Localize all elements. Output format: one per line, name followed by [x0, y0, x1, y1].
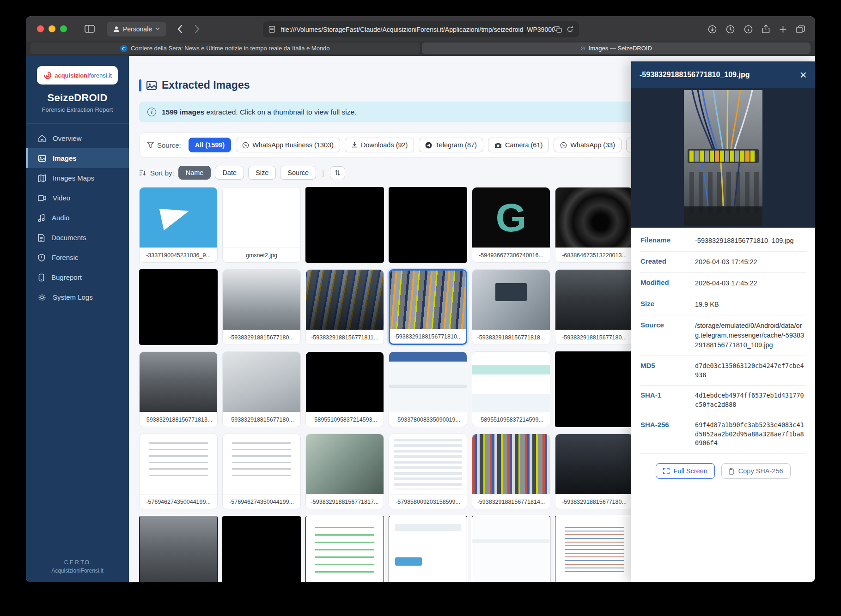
- image-thumbnail-card[interactable]: -5938329188156771813...: [139, 351, 218, 427]
- url-text[interactable]: file:///Volumes/StorageFast/Claude/Acqui…: [281, 26, 554, 33]
- share-icon[interactable]: [762, 24, 770, 34]
- thumbnail-image[interactable]: [223, 270, 300, 330]
- image-thumbnail-card[interactable]: -576946274350044199...: [139, 434, 218, 509]
- image-thumbnail-card[interactable]: [472, 516, 550, 582]
- filter-downloads[interactable]: Downloads (92): [345, 138, 414, 152]
- sort-by-date-button[interactable]: Date: [215, 166, 244, 180]
- sidebar-item-video[interactable]: Video: [26, 188, 129, 208]
- profile-button[interactable]: Personale: [107, 22, 166, 36]
- thumbnail-image[interactable]: [389, 434, 467, 494]
- thumbnail-image[interactable]: [555, 516, 633, 582]
- image-thumbnail-card[interactable]: -593378008335090019...: [389, 351, 467, 427]
- close-window-button[interactable]: [37, 25, 44, 32]
- image-thumbnail-card[interactable]: -683864673513220013...: [555, 187, 634, 263]
- thumbnail-image[interactable]: [223, 352, 300, 412]
- thumbnail-image[interactable]: [390, 271, 466, 329]
- thumbnail-image[interactable]: [389, 516, 467, 582]
- reload-icon[interactable]: [567, 26, 573, 33]
- history-icon[interactable]: [726, 25, 735, 34]
- reader-view-icon[interactable]: [268, 26, 275, 33]
- image-thumbnail-card[interactable]: [222, 516, 301, 582]
- thumbnail-image[interactable]: [472, 187, 550, 248]
- thumbnail-image[interactable]: [472, 434, 550, 494]
- thumbnail-image[interactable]: [140, 434, 217, 494]
- copy-sha256-button[interactable]: Copy SHA-256: [721, 463, 791, 479]
- image-thumbnail-card[interactable]: -5938329188156771811...: [305, 269, 384, 345]
- close-icon[interactable]: ×: [800, 69, 807, 81]
- image-thumbnail-card[interactable]: -593832918815677180...: [555, 434, 634, 509]
- sidebar-item-images-maps[interactable]: Images Maps: [26, 168, 129, 188]
- image-thumbnail-card[interactable]: -594936677306740016...: [472, 187, 550, 263]
- sidebar-item-system-logs[interactable]: System Logs: [26, 287, 129, 307]
- thumbnail-image[interactable]: [389, 187, 467, 262]
- sort-by-source-button[interactable]: Source: [280, 166, 316, 180]
- thumbnail-image[interactable]: [140, 516, 217, 582]
- image-thumbnail-card[interactable]: gmsnet2.jpg: [222, 187, 301, 263]
- thumbnail-image[interactable]: [472, 352, 550, 412]
- filter-whatsapp-business[interactable]: WhatsApp Business (1303): [236, 138, 340, 152]
- preview-photo[interactable]: [684, 90, 762, 226]
- thumbnail-image[interactable]: [140, 270, 217, 344]
- image-thumbnail-card[interactable]: -589551095837214593...: [305, 351, 384, 427]
- image-thumbnail-card[interactable]: [555, 351, 634, 427]
- image-thumbnail-card[interactable]: -3337190045231036_9...: [139, 187, 218, 263]
- thumbnail-image[interactable]: [555, 270, 633, 330]
- image-thumbnail-card[interactable]: [389, 187, 467, 263]
- filter-whatsapp[interactable]: WhatsApp (33): [554, 138, 622, 152]
- tab-corriere[interactable]: C Corriere della Sera: News e Ultime not…: [30, 42, 420, 54]
- filter-all[interactable]: All (1599): [189, 138, 231, 152]
- translate-badge-icon[interactable]: [554, 26, 562, 33]
- thumbnail-image[interactable]: [306, 352, 384, 412]
- thumbnail-image[interactable]: [140, 187, 217, 248]
- thumbnail-image[interactable]: [306, 434, 384, 494]
- image-thumbnail-card[interactable]: -5938329188156771810...: [389, 269, 467, 345]
- thumbnail-image[interactable]: [140, 352, 217, 412]
- thumbnail-image[interactable]: [223, 187, 300, 248]
- full-screen-button[interactable]: Full Screen: [656, 463, 714, 479]
- tab-overview-icon[interactable]: [796, 25, 805, 33]
- image-thumbnail-card[interactable]: -5938329188156771814...: [472, 434, 550, 509]
- acquisizioniforensi-logo[interactable]: acquisizioniforensi.it: [37, 66, 118, 85]
- back-button[interactable]: [177, 25, 183, 33]
- image-thumbnail-card[interactable]: -593832918815677180...: [222, 351, 301, 427]
- filter-camera[interactable]: Camera (61): [488, 138, 549, 152]
- image-thumbnail-card[interactable]: -593832918815677180...: [222, 269, 301, 345]
- image-thumbnail-card[interactable]: [139, 516, 218, 582]
- image-thumbnail-card[interactable]: -576946274350044199...: [222, 434, 301, 509]
- image-thumbnail-card[interactable]: -579858009203158599...: [389, 434, 467, 509]
- thumbnail-image[interactable]: [555, 352, 633, 427]
- minimize-window-button[interactable]: [49, 25, 55, 32]
- sort-by-size-button[interactable]: Size: [248, 166, 276, 180]
- filter-telegram[interactable]: Telegram (87): [419, 138, 483, 152]
- tab-images-seizedroid[interactable]: ⊘ Images — SeizeDROID: [422, 42, 811, 54]
- sort-direction-button[interactable]: [330, 166, 345, 179]
- sidebar-item-forensic[interactable]: Forensic: [26, 248, 129, 267]
- image-thumbnail-card[interactable]: [389, 516, 467, 582]
- image-thumbnail-card[interactable]: [305, 516, 384, 582]
- new-tab-icon[interactable]: [779, 25, 787, 33]
- image-thumbnail-card[interactable]: [139, 269, 218, 345]
- image-thumbnail-card[interactable]: -593832918815677180...: [555, 269, 634, 345]
- sidebar-item-documents[interactable]: Documents: [26, 228, 129, 248]
- thumbnail-image[interactable]: [472, 270, 550, 330]
- thumbnail-image[interactable]: [306, 516, 384, 582]
- forward-button[interactable]: [195, 25, 200, 33]
- thumbnail-image[interactable]: [389, 352, 467, 412]
- thumbnail-image[interactable]: [223, 434, 300, 494]
- thumbnail-image[interactable]: [555, 434, 633, 494]
- thumbnail-image[interactable]: [223, 516, 300, 582]
- image-thumbnail-card[interactable]: -5938329188156771818...: [472, 269, 550, 345]
- downloads-icon[interactable]: [708, 25, 717, 34]
- thumbnail-image[interactable]: [555, 187, 633, 248]
- sidebar-item-audio[interactable]: Audio: [26, 208, 129, 228]
- sort-by-name-button[interactable]: Name: [178, 166, 211, 180]
- zoom-window-button[interactable]: [60, 25, 67, 32]
- sidebar-item-images[interactable]: Images: [26, 148, 129, 168]
- thumbnail-image[interactable]: [472, 516, 550, 582]
- sidebar-item-overview[interactable]: Overview: [26, 128, 129, 148]
- sidebar-toggle-icon[interactable]: [85, 25, 95, 33]
- image-thumbnail-card[interactable]: -589551095837214599...: [472, 351, 550, 427]
- image-thumbnail-card[interactable]: [305, 187, 384, 263]
- thumbnail-image[interactable]: [306, 187, 384, 262]
- thumbnail-image[interactable]: [306, 270, 384, 330]
